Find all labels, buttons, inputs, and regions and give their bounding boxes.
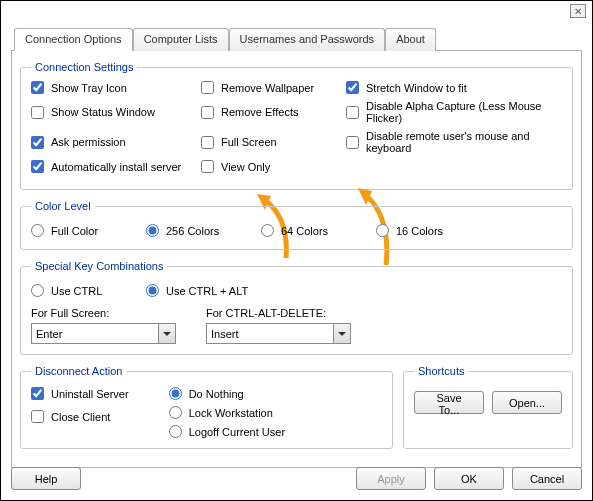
64-colors-label: 64 Colors (281, 225, 328, 237)
disable-remote-input-checkbox[interactable] (346, 136, 359, 149)
chevron-down-icon[interactable] (333, 324, 350, 343)
full-screen-key-value: Enter (36, 328, 62, 340)
disable-remote-input-label: Disable remote user's mouse and keyboard (366, 130, 562, 154)
full-screen-label: Full Screen (221, 136, 277, 148)
16-colors-radio[interactable] (376, 224, 389, 237)
256-colors-label: 256 Colors (166, 225, 219, 237)
full-color-label: Full Color (51, 225, 98, 237)
color-level-group: Color Level Full Color 256 Colors 64 Col… (20, 200, 573, 250)
full-screen-key-combo[interactable]: Enter (31, 323, 176, 344)
tab-about[interactable]: About (385, 28, 436, 51)
256-colors-radio[interactable] (146, 224, 159, 237)
use-ctrl-radio[interactable] (31, 284, 44, 297)
remove-effects-label: Remove Effects (221, 106, 298, 118)
full-color-radio[interactable] (31, 224, 44, 237)
use-ctrl-alt-label: Use CTRL + ALT (166, 285, 248, 297)
tab-usernames-passwords[interactable]: Usernames and Passwords (229, 28, 386, 51)
do-nothing-label: Do Nothing (189, 388, 244, 400)
window-close-icon[interactable]: ✕ (570, 4, 586, 18)
view-only-checkbox[interactable] (201, 160, 214, 173)
auto-install-server-checkbox[interactable] (31, 160, 44, 173)
help-button[interactable]: Help (11, 467, 81, 490)
show-tray-icon-label: Show Tray Icon (51, 82, 127, 94)
use-ctrl-label: Use CTRL (51, 285, 102, 297)
uninstall-server-label: Uninstall Server (51, 388, 129, 400)
cad-key-combo[interactable]: Insert (206, 323, 351, 344)
ok-button[interactable]: OK (434, 467, 504, 490)
remove-effects-checkbox[interactable] (201, 106, 214, 119)
connection-settings-group: Connection Settings Show Tray Icon Remov… (20, 61, 573, 190)
lock-workstation-radio[interactable] (169, 406, 182, 419)
for-cad-label: For CTRL-ALT-DELETE: (206, 307, 351, 319)
for-full-screen-label: For Full Screen: (31, 307, 176, 319)
tab-connection-options[interactable]: Connection Options (14, 28, 133, 51)
remove-wallpaper-label: Remove Wallpaper (221, 82, 314, 94)
tab-panel: Connection Settings Show Tray Icon Remov… (11, 51, 582, 468)
remove-wallpaper-checkbox[interactable] (201, 81, 214, 94)
disable-alpha-label: Disable Alpha Capture (Less Mouse Flicke… (366, 100, 562, 124)
do-nothing-radio[interactable] (169, 387, 182, 400)
tab-computer-lists[interactable]: Computer Lists (133, 28, 229, 51)
logoff-user-label: Logoff Current User (189, 426, 285, 438)
shortcuts-legend: Shortcuts (414, 365, 468, 377)
use-ctrl-alt-radio[interactable] (146, 284, 159, 297)
open-button[interactable]: Open... (492, 391, 562, 414)
close-client-label: Close Client (51, 411, 110, 423)
logoff-user-radio[interactable] (169, 425, 182, 438)
auto-install-server-label: Automatically install server (51, 161, 181, 173)
show-tray-icon-checkbox[interactable] (31, 81, 44, 94)
tab-bar: Connection Options Computer Lists Userna… (11, 27, 582, 51)
cancel-button[interactable]: Cancel (512, 467, 582, 490)
connection-settings-legend: Connection Settings (31, 61, 137, 73)
special-keys-legend: Special Key Combinations (31, 260, 167, 272)
disable-alpha-checkbox[interactable] (346, 106, 359, 119)
special-keys-group: Special Key Combinations Use CTRL Use CT… (20, 260, 573, 355)
cad-key-value: Insert (211, 328, 239, 340)
shortcuts-group: Shortcuts Save To... Open... (403, 365, 573, 449)
show-status-window-checkbox[interactable] (31, 106, 44, 119)
color-level-legend: Color Level (31, 200, 95, 212)
64-colors-radio[interactable] (261, 224, 274, 237)
uninstall-server-checkbox[interactable] (31, 387, 44, 400)
show-status-window-label: Show Status Window (51, 106, 155, 118)
stretch-window-checkbox[interactable] (346, 81, 359, 94)
ask-permission-checkbox[interactable] (31, 136, 44, 149)
ask-permission-label: Ask permission (51, 136, 126, 148)
disconnect-action-legend: Disconnect Action (31, 365, 126, 377)
chevron-down-icon[interactable] (158, 324, 175, 343)
disconnect-action-group: Disconnect Action Uninstall Server Close… (20, 365, 393, 449)
apply-button[interactable]: Apply (356, 467, 426, 490)
16-colors-label: 16 Colors (396, 225, 443, 237)
lock-workstation-label: Lock Workstation (189, 407, 273, 419)
save-to-button[interactable]: Save To... (414, 391, 484, 414)
dialog-footer: Help Apply OK Cancel (1, 457, 592, 500)
full-screen-checkbox[interactable] (201, 136, 214, 149)
view-only-label: View Only (221, 161, 270, 173)
close-client-checkbox[interactable] (31, 410, 44, 423)
stretch-window-label: Stretch Window to fit (366, 82, 467, 94)
